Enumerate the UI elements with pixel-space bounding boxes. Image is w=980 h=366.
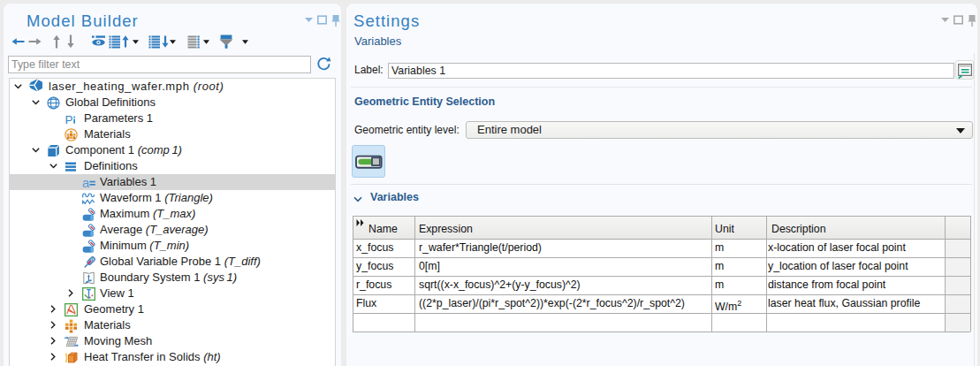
svg-text:P: P (65, 113, 73, 126)
svg-text:a: a (82, 176, 90, 189)
